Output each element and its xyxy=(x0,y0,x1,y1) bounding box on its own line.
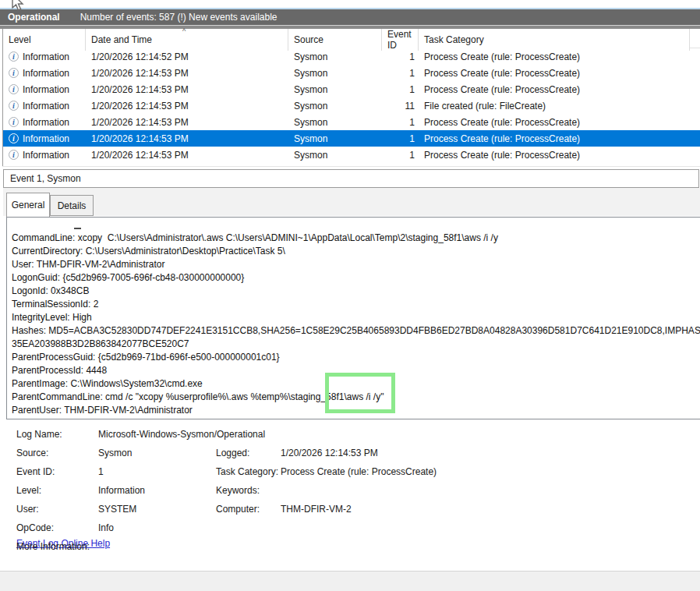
tab-details[interactable]: Details xyxy=(50,195,94,216)
taskcategory-cell: Process Create (rule: ProcessCreate) xyxy=(419,65,690,81)
event-detail-line: LogonGuid: {c5d2b969-7005-696f-cb48-0300… xyxy=(12,271,700,285)
eventid-cell: 1 xyxy=(382,147,419,163)
preview-tab-strip: General Details xyxy=(3,188,700,216)
property-value: SYSTEM xyxy=(98,504,136,515)
property-row: Level: Information Keywords: xyxy=(16,482,695,501)
property-label: User: xyxy=(16,504,39,515)
taskcategory-cell: Process Create (rule: ProcessCreate) xyxy=(419,130,690,147)
property-row: Event ID: 1 Task Category: Process Creat… xyxy=(16,463,695,482)
level-cell: iInformation xyxy=(3,147,86,163)
mouse-cursor-icon xyxy=(9,0,27,14)
property-row: Log Name: Microsoft-Windows-Sysmon/Opera… xyxy=(16,426,695,444)
table-row[interactable]: iInformation 1/20/2026 12:14:53 PM Sysmo… xyxy=(3,114,700,130)
column-header-source[interactable]: Source xyxy=(288,29,382,51)
eventid-cell: 11 xyxy=(382,97,419,114)
table-row[interactable]: iInformation 1/20/2026 12:14:53 PM Sysmo… xyxy=(3,147,700,163)
property-label: Keywords: xyxy=(216,485,260,496)
column-header-datetime[interactable]: Date and Time xyxy=(86,29,288,51)
preview-pane-title: Event 1, Sysmon xyxy=(3,169,699,188)
event-detail-line: IntegrityLevel: High xyxy=(12,311,700,324)
event-detail-line: CommandLine: xcopy C:\Users\Administrato… xyxy=(12,232,700,245)
taskcategory-cell: Process Create (rule: ProcessCreate) xyxy=(419,147,690,163)
property-label: Level: xyxy=(16,485,41,496)
event-detail-line: CurrentDirectory: C:\Users\Administrator… xyxy=(12,245,700,258)
property-label: OpCode: xyxy=(16,522,54,533)
taskcategory-cell: Process Create (rule: ProcessCreate) xyxy=(419,114,690,130)
property-value: Microsoft-Windows-Sysmon/Operational xyxy=(98,429,265,440)
eventid-cell: 1 xyxy=(382,65,419,81)
datetime-cell: 1/20/2026 12:14:53 PM xyxy=(86,97,288,114)
source-cell: Sysmon xyxy=(288,147,382,163)
property-value: Info xyxy=(98,522,114,533)
tab-general[interactable]: General xyxy=(6,193,50,217)
level-cell: iInformation xyxy=(3,114,86,130)
event-list: Level Date and Time Source Event ID Task… xyxy=(2,29,700,166)
property-value: Information xyxy=(98,485,145,496)
info-icon: i xyxy=(9,150,19,160)
footer-strip xyxy=(0,571,700,591)
property-label: Event ID: xyxy=(16,466,55,477)
source-cell: Sysmon xyxy=(288,65,382,81)
sort-ascending-icon: ^ xyxy=(182,27,186,35)
taskcategory-cell: Process Create (rule: ProcessCreate) xyxy=(419,48,690,65)
log-title-bar: Operational Number of events: 587 (!) Ne… xyxy=(0,9,700,25)
info-icon: i xyxy=(9,68,19,78)
event-detail-line: Hashes: MD5=ACBA3C52830DD747DEF2241E3151… xyxy=(12,324,700,338)
property-value: 1 xyxy=(98,466,104,477)
table-row[interactable]: iInformation 1/20/2026 12:14:53 PM Sysmo… xyxy=(3,81,700,97)
table-row[interactable]: iInformation 1/20/2026 12:14:53 PM Sysmo… xyxy=(3,97,700,114)
event-count-status: Number of events: 587 (!) New events ava… xyxy=(80,12,278,23)
divider-line xyxy=(2,166,700,167)
annotation-highlight-box xyxy=(325,373,395,413)
property-label: Source: xyxy=(16,448,48,458)
property-label: More Information: xyxy=(16,541,90,552)
clipped-line-fragment xyxy=(7,218,700,232)
property-value: Sysmon xyxy=(98,448,132,458)
datetime-cell: 1/20/2026 12:14:53 PM xyxy=(86,65,288,81)
datetime-cell: 1/20/2026 12:14:53 PM xyxy=(86,114,288,130)
property-row: User: SYSTEM Computer: THM-DFIR-VM-2 xyxy=(16,501,695,519)
source-cell: Sysmon xyxy=(288,97,382,114)
event-properties-grid: Log Name: Microsoft-Windows-Sysmon/Opera… xyxy=(16,426,695,557)
info-icon: i xyxy=(9,117,19,127)
source-cell: Sysmon xyxy=(288,81,382,97)
property-label: Logged: xyxy=(216,448,249,458)
event-viewer-pane: Operational Number of events: 587 (!) Ne… xyxy=(0,0,700,591)
property-label: Task Category: xyxy=(216,466,278,477)
level-cell: iInformation xyxy=(3,48,86,65)
top-strip xyxy=(0,0,700,8)
table-row-selected[interactable]: iInformation 1/20/2026 12:14:53 PM Sysmo… xyxy=(3,130,700,147)
level-cell: iInformation xyxy=(3,81,86,97)
source-cell: Sysmon xyxy=(288,130,382,147)
datetime-cell: 1/20/2026 12:14:52 PM xyxy=(86,48,288,65)
event-detail-line: ParentProcessGuid: {c5d2b969-71bd-696f-e… xyxy=(12,351,700,364)
datetime-cell: 1/20/2026 12:14:53 PM xyxy=(86,130,288,147)
property-row: More Information: Event Log Online Help xyxy=(16,538,695,557)
level-cell: iInformation xyxy=(3,130,86,147)
datetime-cell: 1/20/2026 12:14:53 PM xyxy=(86,147,288,163)
property-value: 1/20/2026 12:14:53 PM xyxy=(281,448,378,458)
eventid-cell: 1 xyxy=(382,81,419,97)
column-header-level[interactable]: Level xyxy=(3,29,86,51)
datetime-cell: 1/20/2026 12:14:53 PM xyxy=(86,81,288,97)
taskcategory-cell: Process Create (rule: ProcessCreate) xyxy=(419,81,690,97)
table-row[interactable]: iInformation 1/20/2026 12:14:52 PM Sysmo… xyxy=(3,48,700,65)
info-icon: i xyxy=(9,84,19,94)
source-cell: Sysmon xyxy=(288,114,382,130)
preview-title-text: Event 1, Sysmon xyxy=(10,173,81,184)
source-cell: Sysmon xyxy=(288,48,382,65)
property-label: Log Name: xyxy=(16,429,62,440)
event-detail-line: LogonId: 0x348CB xyxy=(12,285,700,298)
event-list-header: Level Date and Time Source Event ID Task… xyxy=(3,29,700,48)
info-icon: i xyxy=(9,133,19,143)
event-detail-line: TerminalSessionId: 2 xyxy=(12,298,700,311)
property-value: THM-DFIR-VM-2 xyxy=(281,504,352,515)
event-detail-line: 35EA203988B3D2B863842077BCE520C7 xyxy=(12,338,700,351)
event-detail-line: User: THM-DFIR-VM-2\Administrator xyxy=(12,258,700,271)
taskcategory-cell: File created (rule: FileCreate) xyxy=(419,97,690,114)
table-row[interactable]: iInformation 1/20/2026 12:14:53 PM Sysmo… xyxy=(3,65,700,81)
eventid-cell: 1 xyxy=(382,48,419,65)
eventid-cell: 1 xyxy=(382,114,419,130)
column-header-eventid[interactable]: Event ID xyxy=(382,29,419,51)
column-header-taskcategory[interactable]: Task Category xyxy=(419,29,690,51)
